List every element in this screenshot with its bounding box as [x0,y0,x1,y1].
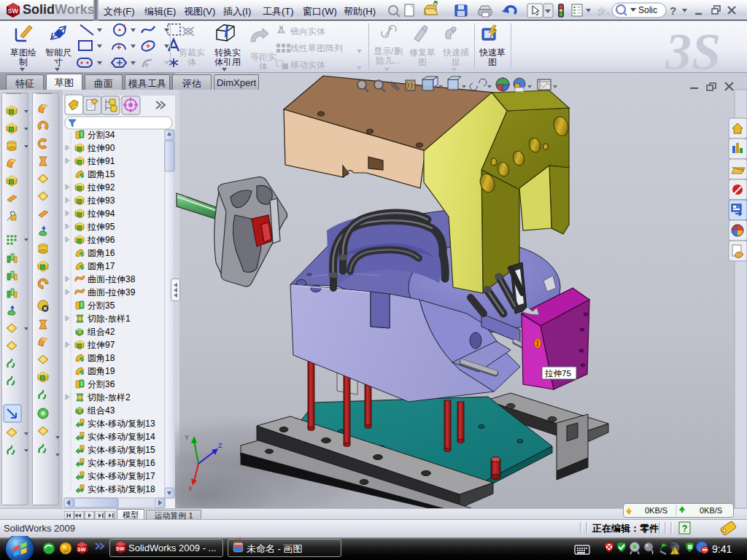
svg-text:圆角16: 圆角16 [88,248,115,258]
svg-text:!: ! [673,549,675,554]
svg-text:?: ? [670,4,676,17]
svg-text:分割34: 分割34 [88,130,115,140]
svg-text:曲面-拉伸38: 曲面-拉伸38 [88,274,136,284]
svg-text:实体-移动/复制14: 实体-移动/复制14 [88,432,155,442]
svg-text:X: X [188,485,193,492]
svg-text:拉伸75: 拉伸75 [544,369,571,378]
svg-text:拉伸91: 拉伸91 [87,156,115,166]
svg-text:Z: Z [218,442,222,449]
svg-text:圆角19: 圆角19 [88,366,115,376]
svg-text:曲面-拉伸39: 曲面-拉伸39 [88,287,136,298]
svg-text:圆角18: 圆角18 [88,353,115,363]
svg-text:分割35: 分割35 [88,300,115,311]
svg-text:SW: SW [8,7,19,15]
svg-text:拉伸94: 拉伸94 [87,209,115,219]
svg-text:分割36: 分割36 [88,379,115,389]
svg-text:组合42: 组合42 [87,327,115,337]
svg-text:SW: SW [116,546,125,551]
svg-text:实体-移动/复制15: 实体-移动/复制15 [88,445,155,455]
svg-text:少..: 少.. [597,7,610,15]
svg-text:Solic: Solic [638,5,657,15]
svg-text:拉伸97: 拉伸97 [87,340,115,350]
svg-text:切除-放样1: 切除-放样1 [87,314,131,324]
svg-text:实体-移动/复制16: 实体-移动/复制16 [88,458,155,468]
svg-text:实体-移动/复制17: 实体-移动/复制17 [88,471,155,481]
svg-text:实体-移动/复制13: 实体-移动/复制13 [88,419,155,429]
svg-text:切除-放样2: 切除-放样2 [87,392,131,402]
svg-text:0KB/S: 0KB/S [700,506,722,515]
svg-text:拉伸90: 拉伸90 [87,143,115,153]
svg-text:圆角15: 圆角15 [88,169,115,179]
svg-text:Y: Y [185,434,189,441]
svg-text:拉伸96: 拉伸96 [87,235,115,245]
svg-text:0KB/S: 0KB/S [645,506,667,515]
svg-text:圆角17: 圆角17 [88,261,115,271]
svg-text:SW: SW [77,547,86,552]
svg-text:拉伸93: 拉伸93 [87,195,115,206]
svg-text:组合43: 组合43 [87,405,115,416]
svg-text:?: ? [682,524,687,534]
svg-text:拉伸92: 拉伸92 [87,182,115,192]
svg-text:实体-移动/复制18: 实体-移动/复制18 [88,484,155,494]
svg-text:拉伸95: 拉伸95 [87,222,115,232]
